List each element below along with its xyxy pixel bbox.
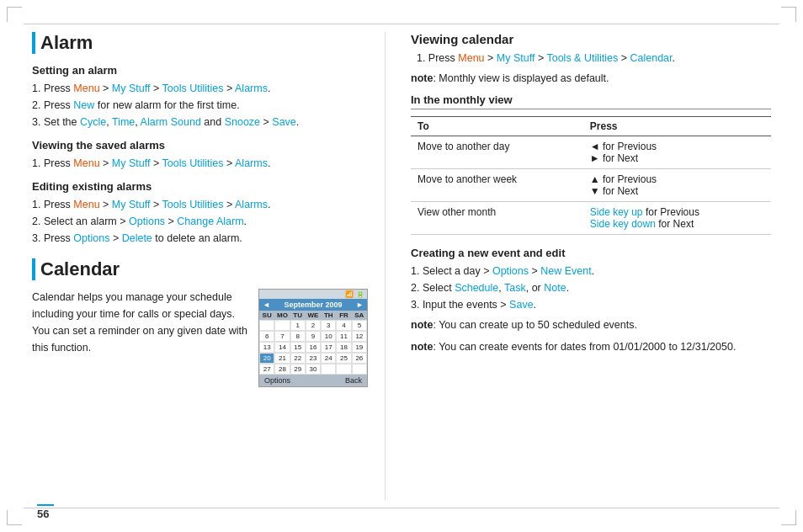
note-bold-2: note — [411, 319, 433, 331]
viewing-cal-title: Viewing calendar — [411, 32, 771, 46]
save-link-1: Save — [272, 116, 296, 128]
side-key-down: Side key down — [590, 218, 656, 230]
alarm-title: Alarm — [32, 32, 368, 56]
cal-cell: 15 — [290, 342, 306, 353]
corner-bl — [7, 510, 22, 525]
row1-to: Move to another day — [411, 136, 583, 169]
creating-title: Creating a new event and edit — [411, 247, 771, 259]
viewing-calendar-section: Viewing calendar 1. Press Menu > My Stuf… — [411, 32, 771, 235]
creating-note2: note: You can create events for dates fr… — [411, 338, 771, 355]
note-link: Note — [544, 282, 566, 294]
corner-tl — [7, 7, 22, 22]
in-monthly-title: In the monthly view — [411, 93, 771, 109]
time-link: Time — [112, 116, 135, 128]
right-column: Viewing calendar 1. Press Menu > My Stuf… — [411, 32, 771, 500]
cal-cell — [274, 320, 290, 331]
calendar-title: Calendar — [32, 258, 368, 282]
cal-cell — [336, 364, 351, 375]
left-column: Alarm Setting an alarm 1. Press Menu > M… — [32, 32, 386, 500]
mystuff-link-2: My Stuff — [112, 157, 151, 169]
row2-to: Move to another week — [411, 169, 583, 202]
day-we: WE — [306, 311, 321, 320]
tools-link-2: Tools Utilities — [162, 157, 224, 169]
page: Alarm Setting an alarm 1. Press Menu > M… — [0, 0, 803, 532]
cal-cell: 30 — [306, 364, 321, 375]
alarm-title-text: Alarm — [40, 32, 93, 53]
alarm-accent-bar — [32, 32, 35, 54]
menu-link-3: Menu — [73, 199, 99, 210]
note-text-1: Monthly view is displayed as default. — [439, 72, 609, 84]
tools-link-right: Tools & Utilities — [546, 52, 618, 64]
row3-to: View other month — [411, 202, 583, 235]
cal-cell: 17 — [321, 342, 336, 353]
new-link: New — [73, 99, 94, 111]
tools-link-1: Tools Utilities — [162, 82, 224, 94]
mystuff-link-3: My Stuff — [112, 199, 151, 210]
creating-step-2: 2. Select Schedule, Task, or Note. — [411, 279, 771, 296]
calendar-body-text: Calendar helps you manage your schedule … — [32, 289, 250, 356]
cal-cell: 11 — [336, 331, 351, 342]
change-alarm-link: Change Alarm — [177, 215, 243, 227]
page-number: 56 — [37, 504, 54, 520]
schedule-link: Schedule — [455, 282, 498, 294]
cal-cell: 8 — [290, 331, 306, 342]
cal-cell: 22 — [290, 353, 306, 364]
cal-options[interactable]: Options — [264, 376, 290, 385]
cal-cell: 2 — [306, 320, 321, 331]
menu-link-2: Menu — [73, 157, 99, 169]
tools-link-3: Tools Utilities — [162, 199, 224, 210]
setting-step-3: 3. Set the Cycle, Time, Alarm Sound and … — [32, 114, 368, 130]
cal-cell: 25 — [336, 353, 351, 364]
options-link-1: Options — [129, 215, 165, 227]
cal-footer: Options Back — [259, 375, 367, 386]
cycle-link: Cycle — [80, 116, 106, 128]
cal-cell: 23 — [306, 353, 321, 364]
corner-tr — [781, 7, 796, 22]
table-row: Move to another day ◄ for Previous ► for… — [411, 136, 771, 169]
cal-back[interactable]: Back — [345, 376, 362, 385]
mystuff-link-1: My Stuff — [112, 82, 151, 94]
cal-cell — [259, 320, 274, 331]
table-col-press: Press — [583, 117, 771, 136]
delete-link: Delete — [122, 232, 152, 244]
creating-step-3: 3. Input the events > Save. — [411, 296, 771, 313]
new-event-link: New Event — [540, 265, 591, 277]
options-link-2: Options — [73, 232, 109, 244]
note-bold-1: note — [411, 72, 433, 84]
day-tu: TU — [290, 311, 306, 320]
day-fr: FR — [336, 311, 351, 320]
cal-cell: 18 — [336, 342, 351, 353]
creating-note1: note: You can create up to 50 scheduled … — [411, 317, 771, 333]
day-mo: MO — [274, 311, 290, 320]
row2-press: ▲ for Previous ▼ for Next — [583, 169, 771, 202]
creating-step-1: 1. Select a day > Options > New Event. — [411, 263, 771, 279]
creating-steps: 1. Select a day > Options > New Event. 2… — [411, 263, 771, 313]
cal-cell: 3 — [321, 320, 336, 331]
save-link-creating: Save — [509, 299, 534, 311]
editing-step-1: 1. Press Menu > My Stuff > Tools Utiliti… — [32, 196, 368, 213]
cal-cell: 28 — [274, 364, 290, 375]
calendar-content: Calendar helps you manage your schedule … — [32, 289, 368, 387]
cal-icon-row: 📶 🔋 — [259, 290, 367, 299]
calendar-widget: 📶 🔋 ◄ September 2009 ► SU MO TU WE — [258, 289, 368, 387]
corner-br — [781, 510, 796, 525]
snooze-link: Snooze — [225, 116, 260, 128]
cal-cell: 9 — [306, 331, 321, 342]
editing-alarm-steps: 1. Press Menu > My Stuff > Tools Utiliti… — [32, 196, 368, 247]
menu-link-right: Menu — [458, 52, 484, 64]
cal-cell — [321, 364, 336, 375]
editing-step-3: 3. Press Options > Delete to delete an a… — [32, 230, 368, 247]
alarm-section: Alarm Setting an alarm 1. Press Menu > M… — [32, 32, 368, 247]
cal-grid: 1234567891011121314151617181920212223242… — [259, 320, 367, 375]
cal-cell: 20 — [259, 353, 274, 364]
menu-link-1: Menu — [73, 82, 99, 94]
day-th: TH — [321, 311, 336, 320]
cal-cell: 29 — [290, 364, 306, 375]
task-link: Task — [504, 282, 526, 294]
cal-prev-arrow: ◄ — [263, 301, 270, 309]
row1-press-line2: ► for Next — [590, 152, 638, 164]
cal-next-arrow: ► — [356, 301, 364, 309]
options-link-creating: Options — [492, 265, 529, 277]
table-row: Move to another week ▲ for Previous ▼ fo… — [411, 169, 771, 202]
row2-press-line2: ▼ for Next — [590, 185, 638, 197]
